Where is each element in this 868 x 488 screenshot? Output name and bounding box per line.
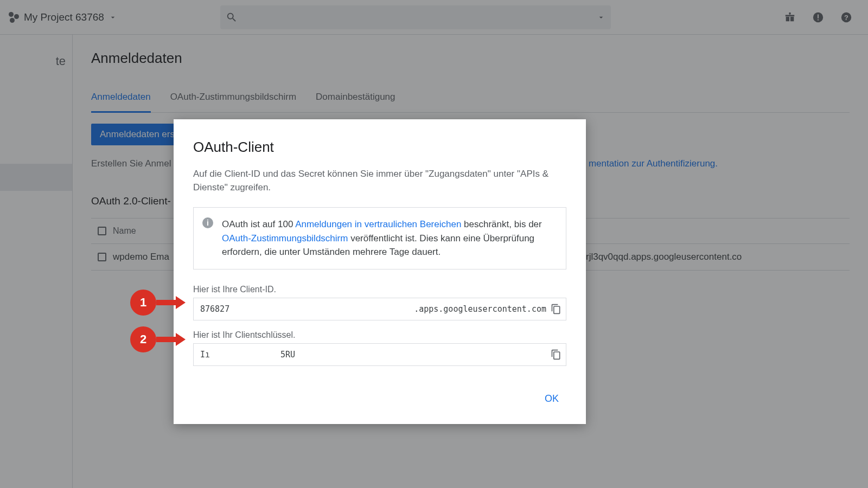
client-secret-field[interactable]: Iı 5RU — [193, 343, 566, 366]
dialog-title: OAuth-Client — [193, 139, 566, 156]
client-id-suffix: .apps.googleusercontent.com — [414, 304, 546, 314]
consent-screen-link[interactable]: OAuth-Zustimmungsbildschirm — [222, 233, 348, 243]
info-text-2: beschränkt, bis der — [461, 219, 541, 229]
client-secret-label: Hier ist Ihr Clientschlüssel. — [193, 330, 566, 340]
info-box: i OAuth ist auf 100 Anmeldungen in vertr… — [193, 207, 566, 269]
dialog-subtitle: Auf die Client-ID und das Secret können … — [193, 168, 566, 194]
annotation-1: 1 — [130, 290, 186, 316]
annotation-badge-1: 1 — [130, 290, 156, 316]
arrow-icon — [176, 333, 186, 346]
client-secret-suffix: 5RU — [280, 350, 295, 359]
annotation-badge-2: 2 — [130, 326, 156, 352]
ok-button[interactable]: OK — [537, 389, 566, 409]
info-icon: i — [202, 217, 213, 228]
client-id-prefix: 876827 — [200, 304, 229, 314]
client-id-field[interactable]: 876827 .apps.googleusercontent.com — [193, 298, 566, 320]
info-text-1: OAuth ist auf 100 — [222, 219, 295, 229]
copy-client-id-button[interactable] — [551, 304, 561, 314]
client-id-label: Hier ist Ihre Client-ID. — [193, 285, 566, 294]
client-secret-prefix: Iı — [200, 350, 210, 359]
arrow-icon — [176, 296, 186, 309]
sensitive-scopes-link[interactable]: Anmeldungen in vertraulichen Bereichen — [295, 219, 461, 229]
copy-client-secret-button[interactable] — [551, 349, 561, 360]
annotation-2: 2 — [130, 326, 186, 352]
oauth-client-dialog: OAuth-Client Auf die Client-ID und das S… — [174, 119, 586, 424]
